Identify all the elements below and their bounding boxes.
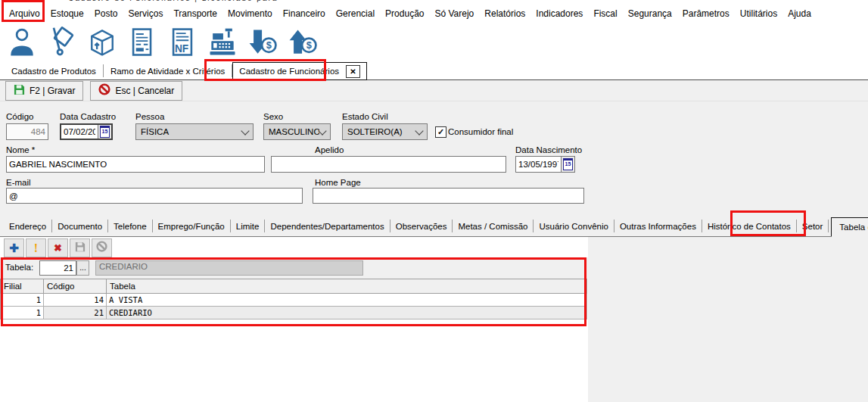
data-nascimento-field[interactable]: 15: [515, 156, 575, 173]
menu-item-so-varejo[interactable]: Só Varejo: [429, 6, 479, 21]
save-record-button[interactable]: [70, 238, 90, 257]
delete-icon: ✖: [54, 242, 62, 254]
menu-item-financeiro[interactable]: Financeiro: [278, 6, 331, 21]
menu-item-posto[interactable]: Posto: [89, 6, 123, 21]
invoice-icon[interactable]: [125, 25, 160, 60]
consumidor-final-checkbox[interactable]: ✓: [435, 126, 446, 138]
estado-civil-value: SOLTEIRO(A): [347, 127, 416, 136]
sexo-dropdown[interactable]: MASCULINO: [263, 123, 331, 140]
table-row[interactable]: 121CREDIARIO: [1, 307, 587, 319]
calendar-icon[interactable]: 15: [561, 157, 574, 172]
tab-cadastro-de-produtos[interactable]: Cadastro de Produtos: [5, 64, 104, 77]
hand-truck-icon[interactable]: [45, 25, 79, 60]
add-button[interactable]: ✚: [4, 238, 24, 257]
column-header-tabela[interactable]: Tabela: [107, 279, 587, 294]
column-header-codigo[interactable]: Código: [44, 279, 107, 294]
email-label: E-mail: [6, 178, 31, 187]
cell-codigo[interactable]: 14: [44, 294, 107, 307]
email-field[interactable]: [6, 188, 303, 204]
background-panel: [588, 237, 868, 402]
cell-filial[interactable]: 1: [1, 294, 44, 307]
cancel-record-button[interactable]: [92, 238, 112, 257]
tabela-label: Tabela:: [5, 263, 33, 272]
column-header-filial[interactable]: Filial: [1, 279, 44, 294]
menu-item-relatorios[interactable]: Relatórios: [479, 6, 530, 21]
calendar-icon[interactable]: 15: [98, 125, 111, 139]
cell-codigo[interactable]: 21: [44, 307, 107, 319]
subtab-metas-comissao[interactable]: Metas / Comissão: [453, 220, 534, 232]
cell-tabela[interactable]: CREDIARIO: [107, 307, 587, 319]
apelido-field[interactable]: [271, 156, 506, 173]
money-up-icon[interactable]: $: [285, 25, 320, 60]
menu-item-utilitarios[interactable]: Utilitários: [735, 6, 782, 21]
add-icon: ✚: [9, 242, 19, 255]
apelido-label: Apelido: [315, 145, 344, 154]
data-cadastro-input[interactable]: [61, 125, 98, 139]
menu-item-seguranca[interactable]: Segurança: [623, 6, 677, 21]
pessoa-dropdown[interactable]: FÍSICA: [135, 123, 254, 140]
menu-item-gerencial[interactable]: Gerencial: [331, 6, 380, 21]
cash-register-icon[interactable]: [205, 25, 240, 60]
save-button[interactable]: F2 | Gravar: [5, 81, 83, 101]
codigo-field[interactable]: [6, 123, 48, 140]
tab-strip: Cadastro de ProdutosRamo de Atividade x …: [0, 62, 868, 80]
subtab-emprego-funcao[interactable]: Emprego/Função: [153, 220, 231, 232]
menu-item-movimento[interactable]: Movimento: [222, 6, 278, 21]
tab-cadastro-de-funcionarios[interactable]: Cadastro de Funcionários✕: [232, 62, 367, 80]
browse-button[interactable]: ...: [76, 260, 89, 276]
data-nascimento-input[interactable]: [516, 157, 561, 172]
nf-label: NF: [175, 42, 188, 54]
menu-item-servicos[interactable]: Serviços: [123, 6, 168, 21]
tab-ramo-de-atividade-x-criterios[interactable]: Ramo de Atividade x Critérios: [104, 64, 232, 77]
menu-item-indicadores[interactable]: Indicadores: [530, 6, 588, 21]
warning-button[interactable]: !: [26, 238, 46, 257]
nf-invoice-icon[interactable]: NF: [165, 25, 200, 60]
subtab-historico-de-contatos[interactable]: Histórico de Contatos: [702, 220, 797, 232]
pessoa-label: Pessoa: [135, 112, 164, 121]
price-grid-head-row: FilialCódigoTabela: [1, 279, 587, 294]
subtab-observacoes[interactable]: Observações: [390, 220, 453, 232]
subtab-setor[interactable]: Setor: [797, 220, 829, 232]
chevron-down-icon: [241, 126, 249, 135]
table-row[interactable]: 114A VISTA: [1, 294, 587, 307]
subtab-telefone[interactable]: Telefone: [108, 220, 152, 232]
chevron-down-icon: [415, 126, 423, 135]
menu-item-fiscal[interactable]: Fiscal: [588, 6, 622, 21]
subtab-documento[interactable]: Documento: [52, 220, 108, 232]
tab-label: Cadastro de Produtos: [11, 67, 96, 76]
subtab-endereco[interactable]: Endereço: [4, 220, 52, 232]
record-toolbar: ✚ ! ✖: [0, 237, 588, 257]
menu-item-producao[interactable]: Produção: [380, 6, 429, 21]
menu-item-parametros[interactable]: Parâmetros: [677, 6, 735, 21]
subtab-limite[interactable]: Limite: [231, 220, 266, 232]
subtab-outras-informacoes[interactable]: Outras Informações: [614, 220, 702, 232]
subtab-dependentes-departamentos[interactable]: Dependentes/Departamentos: [265, 220, 390, 232]
package-icon[interactable]: [85, 25, 120, 60]
sexo-value: MASCULINO: [269, 127, 319, 136]
data-cadastro-label: Data Cadastro: [60, 112, 116, 121]
user-icon[interactable]: [5, 25, 39, 60]
data-cadastro-field[interactable]: 15: [60, 123, 113, 140]
action-bar: F2 | Gravar Esc | Cancelar: [0, 80, 868, 101]
estado-civil-dropdown[interactable]: SOLTEIRO(A): [342, 123, 428, 140]
delete-button[interactable]: ✖: [48, 238, 68, 257]
cell-tabela[interactable]: A VISTA: [107, 294, 587, 307]
money-down-icon[interactable]: $: [245, 25, 280, 60]
cell-filial[interactable]: 1: [1, 307, 44, 319]
subtab-usuario-convenio[interactable]: Usuário Convênio: [534, 220, 614, 232]
cancel-button[interactable]: Esc | Cancelar: [90, 81, 182, 101]
nome-field[interactable]: [6, 156, 265, 173]
price-grid-body: 114A VISTA121CREDIARIO: [1, 294, 587, 319]
menu-item-arquivo[interactable]: Arquivo: [4, 6, 45, 21]
tabela-name-field: CREDIARIO: [95, 260, 363, 276]
close-icon[interactable]: ✕: [346, 65, 360, 78]
home-page-field[interactable]: [313, 188, 584, 204]
menu-item-estoque[interactable]: Estoque: [45, 6, 89, 21]
calendar-day: 15: [563, 158, 573, 170]
tabela-code-field[interactable]: [39, 260, 76, 276]
menu-item-ajuda[interactable]: Ajuda: [782, 6, 817, 21]
subtab-tabela-de-preco[interactable]: Tabela de preço: [831, 217, 868, 237]
nome-label: Nome *: [6, 145, 35, 154]
data-nascimento-label: Data Nascimento: [515, 145, 582, 154]
menu-item-transporte[interactable]: Transporte: [168, 6, 222, 21]
